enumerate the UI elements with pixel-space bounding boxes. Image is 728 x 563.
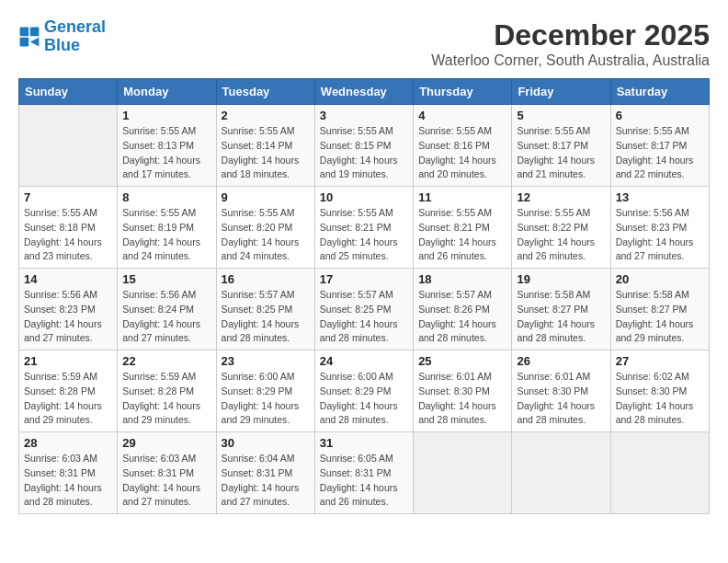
calendar-cell: 27Sunrise: 6:02 AM Sunset: 8:30 PM Dayli… — [610, 350, 709, 432]
logo-line2: Blue — [44, 36, 80, 54]
day-header-wednesday: Wednesday — [314, 79, 413, 105]
day-number: 1 — [122, 109, 210, 122]
day-number: 13 — [616, 190, 704, 204]
day-number: 28 — [24, 436, 112, 450]
svg-rect-0 — [20, 27, 29, 36]
logo-icon — [18, 26, 40, 48]
calendar-cell: 30Sunrise: 6:04 AM Sunset: 8:31 PM Dayli… — [216, 432, 314, 514]
calendar-cell: 3Sunrise: 5:55 AM Sunset: 8:15 PM Daylig… — [314, 105, 413, 187]
day-info: Sunrise: 6:03 AM Sunset: 8:31 PM Dayligh… — [122, 452, 210, 510]
day-number: 16 — [222, 272, 310, 286]
day-number: 4 — [418, 109, 506, 122]
calendar-cell — [414, 432, 512, 514]
day-info: Sunrise: 6:04 AM Sunset: 8:31 PM Dayligh… — [222, 452, 310, 510]
calendar-cell — [19, 105, 118, 187]
day-info: Sunrise: 5:59 AM Sunset: 8:28 PM Dayligh… — [24, 370, 112, 428]
day-info: Sunrise: 6:01 AM Sunset: 8:30 PM Dayligh… — [517, 370, 605, 428]
day-number: 15 — [122, 272, 210, 286]
day-number: 8 — [122, 190, 210, 204]
day-number: 12 — [517, 190, 605, 204]
svg-rect-2 — [20, 38, 29, 47]
day-info: Sunrise: 5:58 AM Sunset: 8:27 PM Dayligh… — [616, 288, 704, 346]
day-number: 3 — [320, 109, 408, 122]
calendar-cell: 12Sunrise: 5:55 AM Sunset: 8:22 PM Dayli… — [512, 187, 610, 269]
day-info: Sunrise: 5:55 AM Sunset: 8:15 PM Dayligh… — [320, 124, 408, 182]
day-number: 9 — [222, 190, 310, 204]
calendar-cell: 21Sunrise: 5:59 AM Sunset: 8:28 PM Dayli… — [19, 350, 118, 432]
day-info: Sunrise: 5:55 AM Sunset: 8:22 PM Dayligh… — [517, 206, 605, 264]
day-header-tuesday: Tuesday — [216, 79, 314, 105]
title-area: December 2025 Waterloo Corner, South Aus… — [431, 18, 710, 69]
day-header-monday: Monday — [118, 79, 216, 105]
day-number: 10 — [320, 190, 408, 204]
day-number: 19 — [517, 272, 605, 286]
day-header-friday: Friday — [512, 79, 610, 105]
day-info: Sunrise: 5:55 AM Sunset: 8:16 PM Dayligh… — [418, 124, 506, 182]
day-info: Sunrise: 6:00 AM Sunset: 8:29 PM Dayligh… — [222, 370, 310, 428]
day-info: Sunrise: 5:58 AM Sunset: 8:27 PM Dayligh… — [517, 288, 605, 346]
day-info: Sunrise: 5:57 AM Sunset: 8:25 PM Dayligh… — [320, 288, 408, 346]
calendar-cell: 4Sunrise: 5:55 AM Sunset: 8:16 PM Daylig… — [414, 105, 512, 187]
calendar-cell: 16Sunrise: 5:57 AM Sunset: 8:25 PM Dayli… — [216, 269, 314, 350]
day-info: Sunrise: 5:55 AM Sunset: 8:19 PM Dayligh… — [122, 206, 210, 264]
calendar-cell: 14Sunrise: 5:56 AM Sunset: 8:23 PM Dayli… — [19, 269, 118, 350]
calendar-cell: 15Sunrise: 5:56 AM Sunset: 8:24 PM Dayli… — [118, 269, 216, 350]
calendar-cell: 20Sunrise: 5:58 AM Sunset: 8:27 PM Dayli… — [610, 269, 709, 350]
calendar-cell: 25Sunrise: 6:01 AM Sunset: 8:30 PM Dayli… — [414, 350, 512, 432]
calendar-cell: 2Sunrise: 5:55 AM Sunset: 8:14 PM Daylig… — [216, 105, 314, 187]
day-info: Sunrise: 6:01 AM Sunset: 8:30 PM Dayligh… — [418, 370, 506, 428]
day-number: 14 — [24, 272, 112, 286]
day-info: Sunrise: 6:05 AM Sunset: 8:31 PM Dayligh… — [320, 452, 408, 510]
calendar-cell — [512, 432, 610, 514]
day-info: Sunrise: 5:57 AM Sunset: 8:26 PM Dayligh… — [418, 288, 506, 346]
calendar-cell: 13Sunrise: 5:56 AM Sunset: 8:23 PM Dayli… — [610, 187, 709, 269]
calendar-week-5: 28Sunrise: 6:03 AM Sunset: 8:31 PM Dayli… — [19, 432, 710, 514]
logo: General Blue — [18, 18, 106, 55]
calendar-table: SundayMondayTuesdayWednesdayThursdayFrid… — [18, 78, 710, 514]
day-number: 17 — [320, 272, 408, 286]
calendar-cell: 29Sunrise: 6:03 AM Sunset: 8:31 PM Dayli… — [118, 432, 216, 514]
calendar-body: 1Sunrise: 5:55 AM Sunset: 8:13 PM Daylig… — [19, 105, 710, 514]
day-info: Sunrise: 5:55 AM Sunset: 8:20 PM Dayligh… — [222, 206, 310, 264]
day-number: 6 — [616, 109, 704, 122]
calendar-cell: 23Sunrise: 6:00 AM Sunset: 8:29 PM Dayli… — [216, 350, 314, 432]
calendar-week-3: 14Sunrise: 5:56 AM Sunset: 8:23 PM Dayli… — [19, 269, 710, 350]
calendar-header-row: SundayMondayTuesdayWednesdayThursdayFrid… — [19, 79, 710, 105]
calendar-cell: 26Sunrise: 6:01 AM Sunset: 8:30 PM Dayli… — [512, 350, 610, 432]
day-number: 27 — [616, 354, 704, 368]
logo-line1: General — [44, 17, 106, 36]
day-number: 22 — [122, 354, 210, 368]
day-number: 5 — [517, 109, 605, 122]
day-info: Sunrise: 5:56 AM Sunset: 8:24 PM Dayligh… — [122, 288, 210, 346]
calendar-cell: 1Sunrise: 5:55 AM Sunset: 8:13 PM Daylig… — [118, 105, 216, 187]
location-title: Waterloo Corner, South Australia, Austra… — [431, 52, 710, 69]
calendar-cell: 22Sunrise: 5:59 AM Sunset: 8:28 PM Dayli… — [118, 350, 216, 432]
calendar-cell: 9Sunrise: 5:55 AM Sunset: 8:20 PM Daylig… — [216, 187, 314, 269]
day-info: Sunrise: 5:55 AM Sunset: 8:21 PM Dayligh… — [320, 206, 408, 264]
calendar-cell: 10Sunrise: 5:55 AM Sunset: 8:21 PM Dayli… — [314, 187, 413, 269]
day-info: Sunrise: 5:55 AM Sunset: 8:21 PM Dayligh… — [418, 206, 506, 264]
day-header-sunday: Sunday — [19, 79, 118, 105]
day-info: Sunrise: 6:00 AM Sunset: 8:29 PM Dayligh… — [320, 370, 408, 428]
day-info: Sunrise: 5:55 AM Sunset: 8:17 PM Dayligh… — [517, 124, 605, 182]
calendar-cell: 7Sunrise: 5:55 AM Sunset: 8:18 PM Daylig… — [19, 187, 118, 269]
day-number: 23 — [222, 354, 310, 368]
day-number: 25 — [418, 354, 506, 368]
day-number: 26 — [517, 354, 605, 368]
day-info: Sunrise: 5:57 AM Sunset: 8:25 PM Dayligh… — [222, 288, 310, 346]
calendar-cell: 31Sunrise: 6:05 AM Sunset: 8:31 PM Dayli… — [314, 432, 413, 514]
day-number: 21 — [24, 354, 112, 368]
day-number: 2 — [222, 109, 310, 122]
page-header: General Blue December 2025 Waterloo Corn… — [18, 18, 710, 69]
calendar-cell: 8Sunrise: 5:55 AM Sunset: 8:19 PM Daylig… — [118, 187, 216, 269]
day-info: Sunrise: 5:59 AM Sunset: 8:28 PM Dayligh… — [122, 370, 210, 428]
day-number: 20 — [616, 272, 704, 286]
calendar-cell — [610, 432, 709, 514]
day-number: 29 — [122, 436, 210, 450]
day-number: 7 — [24, 190, 112, 204]
calendar-cell: 19Sunrise: 5:58 AM Sunset: 8:27 PM Dayli… — [512, 269, 610, 350]
svg-rect-1 — [30, 27, 40, 36]
day-info: Sunrise: 5:55 AM Sunset: 8:17 PM Dayligh… — [616, 124, 704, 182]
day-info: Sunrise: 5:56 AM Sunset: 8:23 PM Dayligh… — [24, 288, 112, 346]
day-number: 31 — [320, 436, 408, 450]
